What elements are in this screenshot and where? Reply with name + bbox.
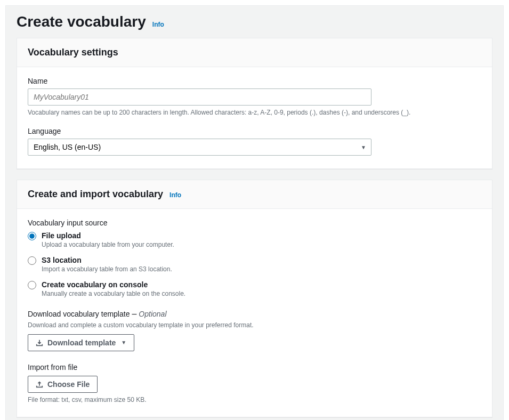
optional-tag: Optional bbox=[139, 310, 166, 318]
import-file-label: Import from file bbox=[28, 363, 481, 371]
radio-text: Create vocabulary on console Manually cr… bbox=[42, 280, 185, 297]
radio-title: S3 location bbox=[42, 256, 172, 264]
page-title: Create vocabulary bbox=[17, 13, 146, 30]
panel-body: Name Vocabulary names can be up to 200 c… bbox=[17, 67, 492, 168]
radio-console[interactable] bbox=[28, 281, 36, 289]
chevron-down-icon: ▼ bbox=[121, 340, 126, 345]
download-template-label: Download vocabulary template bbox=[28, 310, 130, 318]
input-source-field: Vocabulary input source File upload Uplo… bbox=[28, 219, 481, 297]
create-import-title: Create and import vocabulary bbox=[28, 189, 163, 200]
radio-s3-location[interactable] bbox=[28, 256, 36, 265]
download-template-section: Download vocabulary template – Optional … bbox=[28, 309, 481, 351]
radio-title: File upload bbox=[42, 231, 174, 240]
page-container: Create vocabulary Info Vocabulary settin… bbox=[5, 5, 504, 420]
import-file-hint: File format: txt, csv, maximum size 50 K… bbox=[28, 395, 481, 405]
radio-text: File upload Upload a vocabulary table fr… bbox=[42, 231, 174, 248]
language-select-wrap: English, US (en-US) ▼ bbox=[28, 139, 371, 156]
language-field: Language English, US (en-US) ▼ bbox=[28, 127, 481, 156]
radio-item-s3-location[interactable]: S3 location Import a vocabulary table fr… bbox=[28, 256, 481, 273]
radio-item-file-upload[interactable]: File upload Upload a vocabulary table fr… bbox=[28, 231, 481, 248]
radio-text: S3 location Import a vocabulary table fr… bbox=[42, 256, 172, 273]
name-label: Name bbox=[28, 77, 481, 85]
language-label: Language bbox=[28, 127, 481, 135]
language-select[interactable]: English, US (en-US) bbox=[28, 139, 371, 156]
panel-header: Vocabulary settings bbox=[17, 38, 492, 67]
panel-header: Create and import vocabulary Info bbox=[17, 180, 492, 209]
vocabulary-settings-title: Vocabulary settings bbox=[28, 47, 118, 58]
download-template-label-row: Download vocabulary template – Optional bbox=[28, 309, 481, 319]
radio-desc: Upload a vocabulary table from your comp… bbox=[42, 241, 174, 248]
upload-icon bbox=[36, 381, 43, 388]
create-import-panel: Create and import vocabulary Info Vocabu… bbox=[17, 180, 492, 418]
download-template-button[interactable]: Download template ▼ bbox=[28, 334, 134, 351]
choose-file-button[interactable]: Choose File bbox=[28, 376, 98, 393]
name-field: Name Vocabulary names can be up to 200 c… bbox=[28, 77, 481, 117]
separator: – bbox=[132, 309, 136, 319]
input-source-radio-group: File upload Upload a vocabulary table fr… bbox=[28, 231, 481, 297]
choose-file-button-label: Choose File bbox=[47, 380, 90, 389]
radio-title: Create vocabulary on console bbox=[42, 280, 185, 289]
import-file-section: Import from file Choose File File format… bbox=[28, 363, 481, 405]
vocabulary-settings-panel: Vocabulary settings Name Vocabulary name… bbox=[17, 38, 492, 169]
create-import-info-link[interactable]: Info bbox=[169, 191, 181, 199]
panel-body: Vocabulary input source File upload Uplo… bbox=[17, 209, 492, 417]
page-info-link[interactable]: Info bbox=[152, 21, 164, 28]
vocabulary-name-input[interactable] bbox=[28, 88, 371, 106]
page-header: Create vocabulary Info bbox=[17, 13, 492, 30]
name-hint: Vocabulary names can be up to 200 charac… bbox=[28, 108, 481, 117]
radio-desc: Import a vocabulary table from an S3 loc… bbox=[42, 265, 172, 273]
download-icon bbox=[36, 339, 43, 346]
download-template-hint: Download and complete a custom vocabular… bbox=[28, 321, 481, 330]
radio-file-upload[interactable] bbox=[28, 232, 36, 240]
input-source-label: Vocabulary input source bbox=[28, 219, 481, 227]
download-template-button-label: Download template bbox=[47, 338, 116, 347]
radio-item-console[interactable]: Create vocabulary on console Manually cr… bbox=[28, 280, 481, 297]
radio-desc: Manually create a vocabulary table on th… bbox=[42, 290, 185, 297]
